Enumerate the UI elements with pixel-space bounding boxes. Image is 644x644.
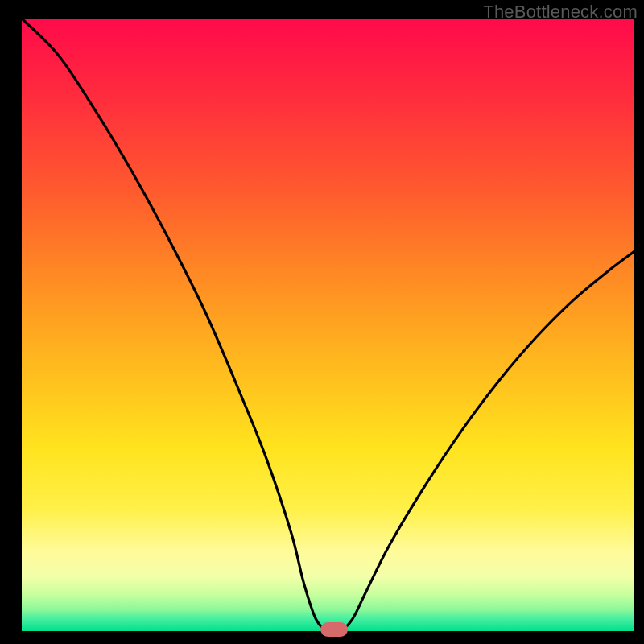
optimal-marker [320, 622, 348, 637]
chart-svg [0, 0, 644, 644]
bottleneck-chart: TheBottleneck.com [0, 0, 644, 644]
plot-area [22, 19, 634, 631]
